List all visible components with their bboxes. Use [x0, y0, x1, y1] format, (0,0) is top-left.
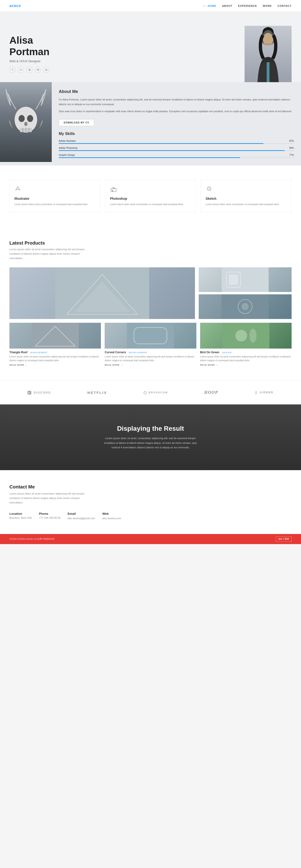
skill-percent-illustrator: 87%	[289, 140, 294, 142]
portfolio-tag-1: DEVELOPMENT	[129, 351, 147, 354]
nav-link-work[interactable]: WORK	[263, 4, 272, 7]
nav-item-work[interactable]: WORK	[263, 4, 272, 7]
portfolio-section: Latest Products Lorem ipsum dolor sit am…	[0, 226, 301, 380]
portfolio-title-1: Curved Corners	[105, 351, 126, 354]
portfolio-header: Latest Products Lorem ipsum dolor sit am…	[9, 240, 292, 260]
portfolio-tag-2: DESIGN	[222, 351, 231, 354]
skill-bar-bg-illustrator	[59, 143, 294, 144]
svg-point-2	[263, 33, 273, 46]
contact-section: Contact Me Lorem ipsum dolor sit amet co…	[0, 470, 301, 534]
contact-phone-label: Phone	[39, 512, 60, 516]
skill-name-illustrator: Adobe Illustrator	[59, 140, 76, 142]
skull-photo	[0, 82, 52, 162]
contact-web-label: Web	[102, 512, 121, 516]
hero-portrait	[245, 26, 292, 82]
social-linkedin[interactable]: in	[43, 67, 49, 73]
hero-name: Alisa Portman	[9, 35, 49, 58]
navbar: acecv — HOME ABOUT EXPERIENCE WORK CONTA…	[0, 0, 301, 12]
portfolio-image-2	[200, 323, 292, 348]
portfolio-meta-0: Triangle Roof MANAGEMENT Lorem ipsum dol…	[9, 350, 101, 366]
portfolio-large-image	[9, 267, 195, 319]
skill-bar-fill-illustrator	[59, 143, 263, 144]
service-name-sketch: Sketch	[206, 197, 286, 200]
contact-phone: Phone +77 334 346 00 00	[39, 512, 60, 520]
social-dribbble[interactable]: ⊕	[26, 67, 32, 73]
skill-bar-bg-graphic-design	[59, 157, 294, 158]
cta-section: Displaying the Result Lorem ipsum dolor …	[0, 404, 301, 470]
nav-link-about[interactable]: ABOUT	[222, 4, 232, 7]
skill-bar-fill-photoshop	[59, 150, 284, 151]
hero-section: Alisa Portman Web & UI/UX Designer f ↩ ⊕…	[0, 12, 301, 82]
about-image	[0, 82, 52, 162]
cta-title: Displaying the Result	[117, 425, 184, 432]
svg-rect-13	[112, 190, 113, 191]
client-hoop: hoop	[204, 390, 218, 395]
read-more-1[interactable]: READ MORE →	[105, 364, 123, 366]
portfolio-bottom-row: Triangle Roof MANAGEMENT Lorem ipsum dol…	[9, 323, 292, 366]
read-more-0[interactable]: READ MORE →	[9, 364, 28, 366]
skills-section: My Skills Adobe Illustrator 87% Adobe Ph…	[59, 126, 294, 158]
portfolio-side-image-2	[199, 294, 292, 319]
social-facebook[interactable]: f	[9, 67, 16, 73]
skill-bar-bg-photoshop	[59, 150, 294, 151]
svg-rect-14	[111, 188, 116, 191]
svg-point-17	[208, 188, 210, 189]
nav-item-contact[interactable]: CONTACT	[277, 4, 292, 7]
services-section: Illustrator Lorem ipsum dolor amet conse…	[0, 165, 301, 226]
contact-grid: Location Brooklyn, New York Phone +77 33…	[9, 512, 292, 520]
nav-link-contact[interactable]: CONTACT	[277, 4, 292, 7]
svg-line-19	[211, 187, 211, 188]
contact-email-value[interactable]: alec.teseira@gmail.com	[67, 517, 95, 520]
portfolio-meta-1: Curved Corners DEVELOPMENT Lorem ipsum d…	[105, 350, 196, 366]
portfolio-image-1	[105, 323, 196, 348]
portfolio-desc: Lorem ipsum dolor sit amet consectetur a…	[9, 247, 89, 260]
service-desc-illustrator: Lorem ipsum dolor amet consectetur ut co…	[15, 202, 95, 206]
client-discord: D DISCORD	[28, 391, 51, 395]
portfolio-large-item	[9, 267, 195, 319]
portfolio-image-0	[9, 323, 101, 348]
service-name-illustrator: Illustrator	[15, 197, 95, 200]
illustrator-icon	[15, 185, 95, 194]
footer-button[interactable]: 确证下载啊	[276, 536, 292, 542]
svg-rect-30	[32, 323, 79, 348]
download-cv-button[interactable]: DOWNLOAD MY CV	[59, 119, 94, 126]
hero-image	[245, 26, 292, 82]
client-netflix: NETFLIX	[87, 391, 107, 395]
contact-web: Web alec.teseira.com	[102, 512, 121, 520]
service-desc-photoshop: Lorem ipsum dolor amet consectetur ut co…	[110, 202, 191, 206]
contact-title: Contact Me	[9, 484, 292, 490]
contact-web-value[interactable]: alec.teseira.com	[102, 517, 121, 520]
social-email[interactable]: ✉	[35, 67, 41, 73]
portfolio-title-0: Triangle Roof	[9, 351, 28, 354]
contact-location: Location Brooklyn, New York	[9, 512, 32, 520]
portfolio-top-row	[9, 267, 292, 319]
portfolio-tag-0: MANAGEMENT	[30, 351, 48, 354]
skill-item-photoshop: Adobe Photoshop 96%	[59, 147, 294, 151]
service-name-photoshop: Photoshop	[110, 197, 191, 200]
about-section: About Me I'm Alisa Portman, Lorem ipsum …	[0, 82, 301, 165]
nav-item-experience[interactable]: EXPERIENCE	[238, 4, 257, 7]
contact-phone-value: +77 334 346 00 00	[39, 517, 60, 519]
service-card-sketch: Sketch Lorem ipsum dolor amet consectetu…	[200, 180, 292, 212]
read-more-2[interactable]: READ MORE →	[200, 364, 218, 366]
nav-link-home[interactable]: — HOME	[203, 4, 216, 7]
svg-point-16	[207, 187, 211, 191]
service-card-photoshop: Photoshop Lorem ipsum dolor amet consect…	[105, 180, 196, 212]
hero-text-block: Alisa Portman Web & UI/UX Designer f ↩ ⊕…	[9, 35, 49, 82]
hero-title: Web & UI/UX Designer	[9, 59, 49, 63]
contact-email-label: Email	[67, 512, 95, 516]
footer-text: 访问设计社区bbs.xientao.com免费下载源码内容	[9, 537, 55, 540]
social-twitter[interactable]: ↩	[18, 67, 24, 73]
portfolio-item-2: Bird On Green DESIGN Lorem ipsum dolor s…	[200, 323, 292, 366]
nav-link-experience[interactable]: EXPERIENCE	[238, 4, 257, 7]
skill-name-photoshop: Adobe Photoshop	[59, 147, 78, 149]
skill-item-graphic-design: Graphic Design 77%	[59, 154, 294, 158]
portfolio-title-2: Bird On Green	[200, 351, 219, 354]
hero-social: f ↩ ⊕ ✉ in	[9, 67, 49, 73]
nav-item-home[interactable]: — HOME	[203, 4, 216, 7]
nav-item-about[interactable]: ABOUT	[222, 4, 232, 7]
brand-accent: cv	[17, 4, 21, 8]
brand-logo[interactable]: acecv	[9, 4, 21, 8]
svg-point-7	[27, 115, 33, 122]
photoshop-icon	[110, 185, 191, 194]
